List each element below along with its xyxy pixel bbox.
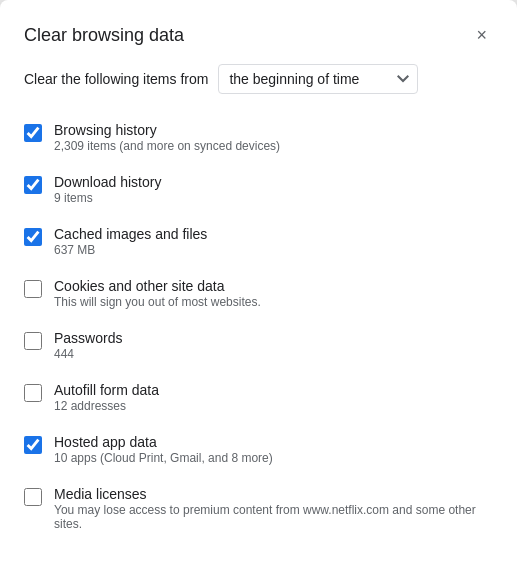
checkbox-cached-images[interactable] [24,228,42,246]
item-label: Autofill form data [54,382,159,398]
list-item: Cached images and files637 MB [24,216,493,268]
checkbox-passwords[interactable] [24,332,42,350]
item-sublabel: 10 apps (Cloud Print, Gmail, and 8 more) [54,451,273,465]
list-item: Browsing history2,309 items (and more on… [24,112,493,164]
item-sublabel: 12 addresses [54,399,159,413]
item-label: Passwords [54,330,122,346]
list-item: Media licensesYou may lose access to pre… [24,476,493,542]
checkbox-cookies[interactable] [24,280,42,298]
dialog-title: Clear browsing data [24,25,184,46]
checkbox-download-history[interactable] [24,176,42,194]
item-sublabel: 2,309 items (and more on synced devices) [54,139,280,153]
clear-browsing-data-dialog: Clear browsing data × Clear the followin… [0,0,517,570]
item-sublabel: This will sign you out of most websites. [54,295,261,309]
list-item: Cookies and other site dataThis will sig… [24,268,493,320]
item-label: Cached images and files [54,226,207,242]
checkbox-hosted-app-data[interactable] [24,436,42,454]
item-label: Cookies and other site data [54,278,261,294]
item-label: Media licenses [54,486,493,502]
item-sublabel: You may lose access to premium content f… [54,503,493,531]
item-label: Download history [54,174,161,190]
item-label: Browsing history [54,122,280,138]
item-sublabel: 444 [54,347,122,361]
time-range-label: Clear the following items from [24,71,208,87]
item-sublabel: 9 items [54,191,161,205]
item-sublabel: 637 MB [54,243,207,257]
list-item: Download history9 items [24,164,493,216]
checkbox-autofill[interactable] [24,384,42,402]
items-list: Browsing history2,309 items (and more on… [24,112,493,542]
list-item: Passwords444 [24,320,493,372]
checkbox-browsing-history[interactable] [24,124,42,142]
time-range-row: Clear the following items from the begin… [24,64,493,94]
dialog-footer: CANCEL CLEAR BROWSING DATA [24,562,493,570]
list-item: Autofill form data12 addresses [24,372,493,424]
item-label: Hosted app data [54,434,273,450]
list-item: Hosted app data10 apps (Cloud Print, Gma… [24,424,493,476]
checkbox-media-licenses[interactable] [24,488,42,506]
time-range-select[interactable]: the beginning of timethe past hourthe pa… [218,64,418,94]
dialog-header: Clear browsing data × [24,24,493,46]
close-button[interactable]: × [470,24,493,46]
